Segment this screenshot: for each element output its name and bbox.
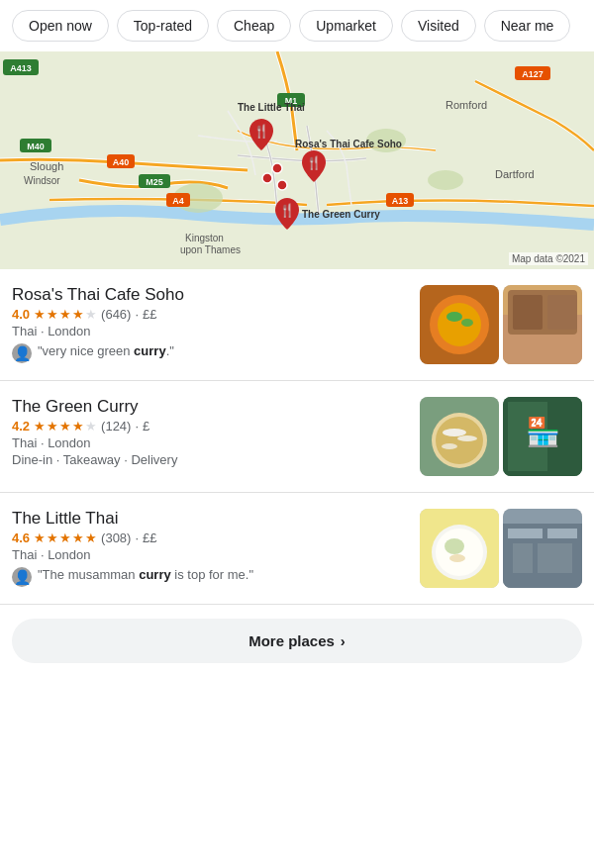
result-img-green-curry-2: 🏪 bbox=[503, 397, 582, 476]
svg-point-27 bbox=[272, 163, 282, 173]
review-count-little-thai: (308) bbox=[101, 530, 131, 545]
result-review-little-thai: 👤 "The musamman curry is top for me." bbox=[12, 566, 410, 587]
svg-text:A13: A13 bbox=[392, 196, 409, 206]
star-2: ★ bbox=[47, 530, 58, 545]
result-images-rosas bbox=[420, 285, 582, 364]
star-5: ★ bbox=[85, 419, 97, 434]
chip-top-rated[interactable]: Top-rated bbox=[117, 10, 209, 42]
price-rosas: ££ bbox=[143, 307, 156, 322]
rating-number-rosas: 4.0 bbox=[12, 307, 30, 322]
stars-green-curry: ★ ★ ★ ★ ★ bbox=[34, 419, 97, 434]
svg-text:Rosa's Thai Cafe Soho: Rosa's Thai Cafe Soho bbox=[295, 139, 402, 149]
result-item-green-curry[interactable]: The Green Curry 4.2 ★ ★ ★ ★ ★ (124) · £ … bbox=[0, 381, 594, 493]
result-meta-green-curry: Thai · London bbox=[12, 435, 410, 450]
chip-open-now[interactable]: Open now bbox=[12, 10, 109, 42]
rating-number-green-curry: 4.2 bbox=[12, 419, 30, 434]
more-places-button[interactable]: More places › bbox=[12, 619, 582, 663]
svg-rect-66 bbox=[513, 543, 533, 573]
star-2: ★ bbox=[47, 419, 58, 434]
more-places-arrow: › bbox=[341, 632, 346, 649]
chip-visited[interactable]: Visited bbox=[401, 10, 476, 42]
star-3: ★ bbox=[59, 530, 71, 545]
results-list: Rosa's Thai Cafe Soho 4.0 ★ ★ ★ ★ ★ (646… bbox=[0, 269, 594, 605]
result-name-green-curry: The Green Curry bbox=[12, 397, 410, 417]
svg-point-48 bbox=[436, 417, 483, 464]
result-item-little-thai[interactable]: The Little Thai 4.6 ★ ★ ★ ★ ★ (308) · ££… bbox=[0, 493, 594, 605]
star-4: ★ bbox=[72, 530, 84, 545]
svg-text:Kingston: Kingston bbox=[185, 233, 224, 243]
dot-sep-2: · bbox=[135, 419, 139, 434]
svg-text:A4: A4 bbox=[172, 196, 184, 206]
result-images-green-curry: 🏪 bbox=[420, 397, 582, 476]
result-img-rosas-1 bbox=[420, 285, 499, 364]
result-rating-little-thai: 4.6 ★ ★ ★ ★ ★ (308) · ££ bbox=[12, 530, 410, 545]
result-meta-rosas: Thai · London bbox=[12, 324, 410, 338]
result-item-rosas[interactable]: Rosa's Thai Cafe Soho 4.0 ★ ★ ★ ★ ★ (646… bbox=[0, 269, 594, 381]
result-name-rosas: Rosa's Thai Cafe Soho bbox=[12, 285, 410, 305]
svg-text:🍴: 🍴 bbox=[306, 154, 323, 171]
price-green-curry: £ bbox=[143, 419, 149, 434]
svg-point-39 bbox=[461, 319, 473, 327]
svg-text:🍴: 🍴 bbox=[279, 202, 296, 219]
result-services-green-curry: Dine-in · Takeaway · Delivery bbox=[12, 452, 410, 467]
star-1: ★ bbox=[34, 307, 46, 322]
result-info-little-thai: The Little Thai 4.6 ★ ★ ★ ★ ★ (308) · ££… bbox=[12, 509, 410, 587]
chip-near-me[interactable]: Near me bbox=[484, 10, 571, 42]
svg-text:Slough: Slough bbox=[30, 160, 63, 172]
result-img-little-thai-1 bbox=[420, 509, 499, 588]
star-1: ★ bbox=[34, 419, 46, 434]
svg-point-49 bbox=[443, 429, 466, 436]
svg-point-26 bbox=[262, 173, 272, 183]
dot-sep-1: · bbox=[135, 307, 139, 322]
star-5: ★ bbox=[85, 530, 97, 545]
svg-text:Windsor: Windsor bbox=[24, 175, 60, 186]
person-icon-2: 👤 bbox=[14, 569, 31, 585]
map-container[interactable]: A413 M40 M1 M25 A40 A4 A13 A127 Slough W… bbox=[0, 51, 594, 269]
svg-text:Dartford: Dartford bbox=[495, 168, 535, 180]
review-text-little-thai: "The musamman curry is top for me." bbox=[38, 566, 253, 584]
dot-sep-3: · bbox=[135, 530, 139, 545]
svg-point-50 bbox=[457, 435, 477, 441]
svg-text:M40: M40 bbox=[27, 142, 45, 151]
chip-cheap[interactable]: Cheap bbox=[217, 10, 291, 42]
svg-rect-44 bbox=[513, 295, 543, 330]
result-rating-rosas: 4.0 ★ ★ ★ ★ ★ (646) · ££ bbox=[12, 307, 410, 322]
svg-text:The Little Thai: The Little Thai bbox=[238, 102, 305, 113]
result-rating-green-curry: 4.2 ★ ★ ★ ★ ★ (124) · £ bbox=[12, 419, 410, 434]
more-places-label: More places bbox=[248, 632, 335, 649]
star-3: ★ bbox=[59, 419, 71, 434]
result-images-little-thai bbox=[420, 509, 582, 588]
svg-text:M25: M25 bbox=[146, 177, 163, 187]
price-little-thai: ££ bbox=[143, 530, 156, 545]
rating-number-little-thai: 4.6 bbox=[12, 530, 30, 545]
svg-point-59 bbox=[445, 538, 464, 554]
svg-point-61 bbox=[449, 554, 465, 562]
review-text-rosas: "very nice green curry." bbox=[38, 342, 174, 360]
star-3: ★ bbox=[59, 307, 71, 322]
svg-text:The Green Curry: The Green Curry bbox=[302, 209, 380, 220]
svg-point-3 bbox=[428, 170, 463, 190]
svg-point-28 bbox=[277, 180, 287, 190]
star-4: ★ bbox=[72, 419, 84, 434]
svg-rect-45 bbox=[547, 295, 577, 330]
svg-point-51 bbox=[442, 443, 457, 449]
svg-rect-65 bbox=[547, 529, 577, 538]
star-4: ★ bbox=[72, 307, 84, 322]
result-img-green-curry-1 bbox=[420, 397, 499, 476]
result-info-green-curry: The Green Curry 4.2 ★ ★ ★ ★ ★ (124) · £ … bbox=[12, 397, 410, 471]
svg-text:🍴: 🍴 bbox=[253, 123, 270, 140]
result-info-rosas: Rosa's Thai Cafe Soho 4.0 ★ ★ ★ ★ ★ (646… bbox=[12, 285, 410, 363]
stars-rosas: ★ ★ ★ ★ ★ bbox=[34, 307, 97, 322]
svg-point-37 bbox=[438, 303, 481, 346]
svg-rect-67 bbox=[538, 543, 572, 573]
svg-text:Romford: Romford bbox=[446, 99, 487, 111]
chip-upmarket[interactable]: Upmarket bbox=[299, 10, 393, 42]
star-2: ★ bbox=[47, 307, 58, 322]
svg-text:A40: A40 bbox=[113, 157, 130, 167]
review-count-rosas: (646) bbox=[101, 307, 131, 322]
star-1: ★ bbox=[34, 530, 46, 545]
star-5: ★ bbox=[85, 307, 97, 322]
svg-rect-64 bbox=[508, 529, 543, 538]
result-review-rosas: 👤 "very nice green curry." bbox=[12, 342, 410, 363]
svg-point-38 bbox=[446, 312, 462, 322]
